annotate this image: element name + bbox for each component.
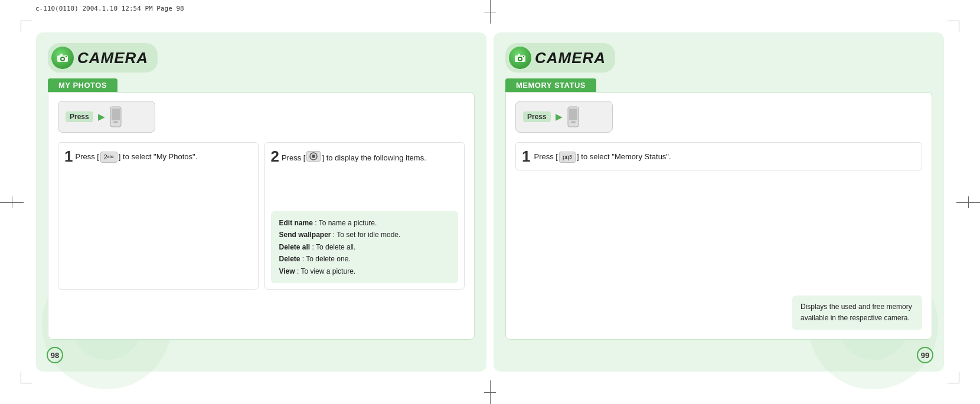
svg-point-12 xyxy=(519,58,521,60)
crosshair-right xyxy=(956,196,980,208)
page-left: CAMERA MY PHOTOS Press ▶ xyxy=(36,32,486,372)
note-box-right: Displays the used and free memory availa… xyxy=(792,291,922,330)
press-badge-left: Press xyxy=(66,111,93,122)
info-item-5: View : To view a picture. xyxy=(279,265,450,277)
info-item-3: Delete all : To delete all. xyxy=(279,241,450,253)
crosshair-left xyxy=(0,196,24,208)
svg-rect-7 xyxy=(113,121,118,123)
shutter-icon xyxy=(309,152,318,160)
step1-header-right: 1 Press [pq3] to select "Memory Status". xyxy=(522,149,916,164)
svg-rect-14 xyxy=(523,56,524,57)
camera-svg-right xyxy=(514,53,526,63)
step1-left: 1 Press [2abc] to select "My Photos". xyxy=(58,142,259,290)
arrow-left: ▶ xyxy=(98,112,104,121)
press-badge-right: Press xyxy=(523,111,551,122)
key-2abc: 2abc xyxy=(100,152,117,163)
corner-tr xyxy=(948,21,959,32)
phone-icon-left xyxy=(109,106,122,127)
phone-icon-right xyxy=(567,106,580,127)
info-bold-2: Send wallpaper xyxy=(279,231,331,239)
svg-rect-3 xyxy=(60,54,63,55)
section-label-left: MY PHOTOS xyxy=(48,78,117,92)
step2-number-left: 2 xyxy=(271,149,279,164)
step1-text-right: Press [pq3] to select "Memory Status". xyxy=(534,149,671,163)
step1-right: 1 Press [pq3] to select "Memory Status".… xyxy=(515,142,922,170)
camera-svg-left xyxy=(57,53,68,63)
info-item-2: Send wallpaper : To set for idle mode. xyxy=(279,229,450,241)
step1-text-left: Press [2abc] to select "My Photos". xyxy=(75,149,197,163)
step2-left: 2 Press [ ] to display the following ite… xyxy=(264,142,465,290)
step1-header-left: 1 Press [2abc] to select "My Photos". xyxy=(64,149,252,164)
svg-rect-13 xyxy=(518,54,520,55)
section-tab-right: MEMORY STATUS xyxy=(505,78,932,92)
step2-text-left: Press [ ] to display the following items… xyxy=(282,149,426,164)
note-text-right: Displays the used and free memory availa… xyxy=(792,295,922,330)
step1-number-right: 1 xyxy=(522,149,530,164)
info-box-left: Edit name : To name a picture. Send wall… xyxy=(271,211,459,283)
camera-header-left: CAMERA xyxy=(48,43,475,73)
step1-number-left: 1 xyxy=(64,149,73,164)
info-item-4: Delete : To delete one. xyxy=(279,253,450,265)
camera-title-bg-left: CAMERA xyxy=(48,43,158,73)
page-number-left: 98 xyxy=(47,347,63,363)
svg-point-9 xyxy=(312,155,315,158)
step2-header-left: 2 Press [ ] to display the following ite… xyxy=(271,149,459,164)
arrow-right-r: ▶ xyxy=(556,112,562,121)
press-sequence-left: Press ▶ xyxy=(58,101,465,133)
section-label-right: MEMORY STATUS xyxy=(505,78,596,92)
svg-rect-6 xyxy=(112,109,120,120)
info-bold-4: Delete xyxy=(279,255,300,263)
main-container: CAMERA MY PHOTOS Press ▶ xyxy=(32,32,948,372)
corner-br xyxy=(948,372,959,383)
print-header: c-110(0110) 2004.1.10 12:54 PM Page 98 xyxy=(35,5,184,12)
camera-icon-left xyxy=(51,47,74,69)
svg-rect-16 xyxy=(569,109,577,120)
crosshair-bottom xyxy=(484,380,496,404)
content-area-left: Press ▶ 1 Press [2a xyxy=(48,92,475,340)
steps-right: 1 Press [pq3] to select "Memory Status".… xyxy=(515,142,922,170)
info-bold-5: View xyxy=(279,267,295,275)
page-right: CAMERA MEMORY STATUS Press ▶ xyxy=(494,32,944,372)
camera-icon-right xyxy=(509,47,531,69)
press-box-right: Press ▶ xyxy=(515,101,613,133)
press-box-left: Press ▶ xyxy=(58,101,155,133)
camera-title-bg-right: CAMERA xyxy=(505,43,615,73)
info-bold-1: Edit name xyxy=(279,219,313,227)
crosshair-top xyxy=(484,0,496,24)
page-number-right: 99 xyxy=(917,347,933,363)
svg-rect-4 xyxy=(66,56,67,57)
content-area-right: Press ▶ 1 Press [pq3] to sel xyxy=(505,92,932,340)
info-item-1: Edit name : To name a picture. xyxy=(279,217,450,229)
svg-rect-17 xyxy=(571,121,576,123)
camera-header-right: CAMERA xyxy=(505,43,932,73)
press-sequence-right: Press ▶ xyxy=(515,101,922,133)
section-tab-left: MY PHOTOS xyxy=(48,78,475,92)
steps-left: 1 Press [2abc] to select "My Photos". 2 … xyxy=(58,142,465,290)
camera-title-right: CAMERA xyxy=(535,49,606,67)
key-pq3: pq3 xyxy=(559,152,576,163)
key-camera-shutter xyxy=(306,151,321,162)
info-bold-3: Delete all xyxy=(279,243,311,251)
svg-point-2 xyxy=(61,58,64,60)
camera-title-left: CAMERA xyxy=(77,49,148,67)
corner-bl xyxy=(21,372,32,383)
corner-tl xyxy=(21,21,32,32)
